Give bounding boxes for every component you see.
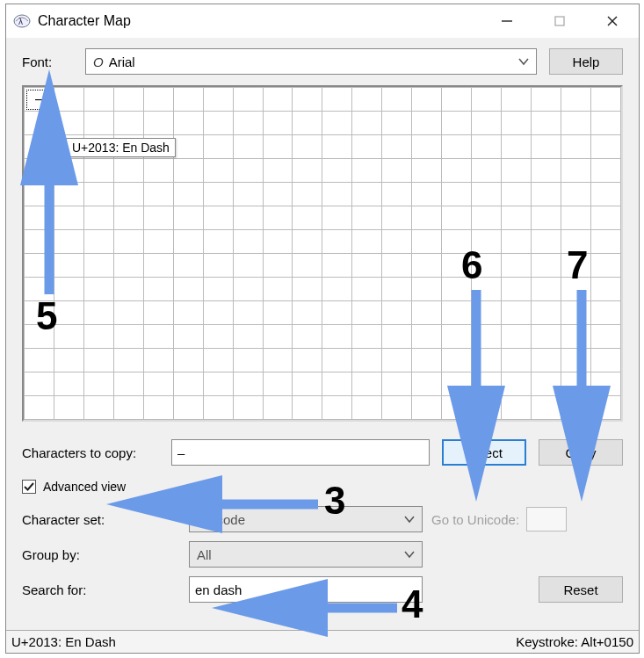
grid-cell[interactable] xyxy=(173,206,203,230)
grid-cell[interactable] xyxy=(472,349,502,372)
grid-cell[interactable] xyxy=(233,396,263,420)
grid-cell[interactable] xyxy=(203,372,233,396)
grid-cell[interactable] xyxy=(412,396,442,420)
grid-cell[interactable] xyxy=(263,278,293,301)
grid-cell[interactable] xyxy=(54,301,83,325)
grid-cell[interactable] xyxy=(382,396,412,420)
grid-cell[interactable] xyxy=(263,159,293,183)
grid-cell[interactable] xyxy=(561,88,590,112)
grid-cell[interactable] xyxy=(25,112,54,135)
grid-cell[interactable] xyxy=(322,254,352,278)
grid-cell[interactable] xyxy=(412,301,442,325)
grid-cell[interactable] xyxy=(203,301,233,325)
grid-cell[interactable] xyxy=(233,112,263,135)
grid-cell[interactable] xyxy=(382,254,412,278)
grid-cell[interactable] xyxy=(382,349,412,372)
grid-cell[interactable] xyxy=(590,135,620,159)
grid-cell[interactable] xyxy=(382,206,412,230)
grid-cell[interactable] xyxy=(352,325,382,349)
grid-cell[interactable] xyxy=(502,349,532,372)
grid-cell[interactable] xyxy=(113,349,143,372)
grid-cell[interactable] xyxy=(143,230,173,254)
grid-cell[interactable] xyxy=(561,325,590,349)
grid-cell[interactable] xyxy=(203,206,233,230)
grid-cell[interactable] xyxy=(83,88,113,112)
grid-cell[interactable] xyxy=(561,159,590,183)
grid-cell[interactable] xyxy=(590,349,620,372)
grid-cell[interactable] xyxy=(263,254,293,278)
grid-cell[interactable] xyxy=(173,349,203,372)
grid-cell[interactable] xyxy=(173,159,203,183)
grid-cell[interactable] xyxy=(113,159,143,183)
grid-cell[interactable] xyxy=(590,254,620,278)
grid-cell[interactable] xyxy=(83,159,113,183)
grid-cell[interactable] xyxy=(83,230,113,254)
grid-cell[interactable] xyxy=(561,301,590,325)
grid-cell[interactable] xyxy=(590,325,620,349)
grid-cell[interactable] xyxy=(233,183,263,206)
grid-cell[interactable] xyxy=(590,112,620,135)
grid-cell[interactable] xyxy=(472,325,502,349)
grid-cell[interactable] xyxy=(233,254,263,278)
grid-cell[interactable] xyxy=(442,88,472,112)
grid-cell[interactable] xyxy=(590,396,620,420)
grid-cell[interactable] xyxy=(143,206,173,230)
grid-cell[interactable] xyxy=(143,159,173,183)
grid-cell[interactable] xyxy=(54,88,83,112)
grid-cell[interactable] xyxy=(352,278,382,301)
grid-cell[interactable] xyxy=(322,396,352,420)
grid-cell[interactable] xyxy=(293,183,322,206)
grid-cell[interactable] xyxy=(531,301,561,325)
grid-cell[interactable] xyxy=(113,206,143,230)
grid-cell[interactable] xyxy=(382,372,412,396)
grid-cell[interactable] xyxy=(293,206,322,230)
grid-cell[interactable] xyxy=(293,88,322,112)
grid-cell[interactable] xyxy=(263,396,293,420)
grid-cell[interactable] xyxy=(442,325,472,349)
grid-cell[interactable] xyxy=(412,230,442,254)
grid-cell[interactable] xyxy=(293,135,322,159)
grid-cell[interactable] xyxy=(113,183,143,206)
grid-cell[interactable] xyxy=(203,254,233,278)
grid-cell[interactable] xyxy=(561,230,590,254)
grid-cell[interactable] xyxy=(382,88,412,112)
grid-cell[interactable] xyxy=(502,372,532,396)
grid-cell[interactable] xyxy=(442,183,472,206)
grid-cell[interactable] xyxy=(531,135,561,159)
grid-cell[interactable] xyxy=(412,206,442,230)
grid-cell[interactable] xyxy=(561,396,590,420)
grid-cell[interactable] xyxy=(83,278,113,301)
grid-cell[interactable] xyxy=(442,230,472,254)
grid-cell[interactable] xyxy=(472,206,502,230)
grid-cell[interactable] xyxy=(531,278,561,301)
grid-cell[interactable] xyxy=(472,278,502,301)
grid-cell[interactable] xyxy=(293,278,322,301)
grid-cell[interactable] xyxy=(590,372,620,396)
group-combobox[interactable]: All xyxy=(189,541,423,568)
grid-cell[interactable] xyxy=(263,112,293,135)
grid-cell[interactable] xyxy=(502,396,532,420)
grid-cell[interactable] xyxy=(83,301,113,325)
grid-cell[interactable] xyxy=(203,183,233,206)
grid-cell[interactable] xyxy=(233,372,263,396)
charset-combobox[interactable]: Unicode xyxy=(189,506,423,532)
grid-cell[interactable] xyxy=(412,372,442,396)
grid-cell[interactable] xyxy=(322,206,352,230)
grid-cell[interactable] xyxy=(322,325,352,349)
grid-cell[interactable] xyxy=(502,230,532,254)
grid-cell[interactable] xyxy=(442,372,472,396)
grid-cell[interactable] xyxy=(173,325,203,349)
grid-cell[interactable] xyxy=(502,135,532,159)
grid-cell[interactable] xyxy=(561,372,590,396)
grid-cell[interactable] xyxy=(472,159,502,183)
grid-cell[interactable] xyxy=(590,183,620,206)
grid-cell[interactable] xyxy=(54,230,83,254)
grid-cell[interactable] xyxy=(113,301,143,325)
grid-cell[interactable] xyxy=(561,278,590,301)
help-button[interactable]: Help xyxy=(549,48,623,75)
grid-cell[interactable] xyxy=(143,325,173,349)
grid-cell[interactable] xyxy=(143,396,173,420)
grid-cell[interactable] xyxy=(203,396,233,420)
grid-cell[interactable] xyxy=(412,278,442,301)
grid-cell[interactable] xyxy=(502,88,532,112)
